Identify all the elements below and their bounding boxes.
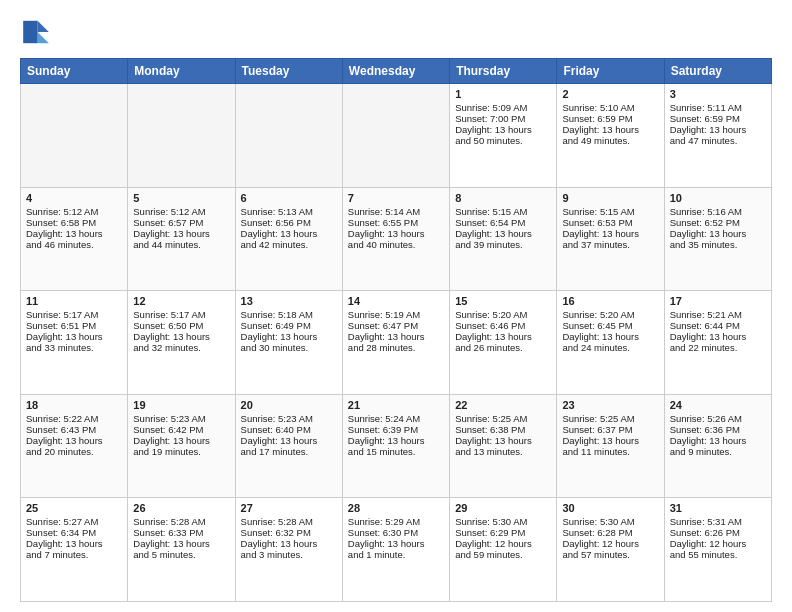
calendar-week-row: 18Sunrise: 5:22 AMSunset: 6:43 PMDayligh… xyxy=(21,394,772,498)
day-info: Daylight: 13 hours xyxy=(241,538,337,549)
day-info: and 44 minutes. xyxy=(133,239,229,250)
calendar-cell: 30Sunrise: 5:30 AMSunset: 6:28 PMDayligh… xyxy=(557,498,664,602)
day-info: Sunrise: 5:17 AM xyxy=(26,309,122,320)
calendar-cell: 11Sunrise: 5:17 AMSunset: 6:51 PMDayligh… xyxy=(21,291,128,395)
calendar-cell: 22Sunrise: 5:25 AMSunset: 6:38 PMDayligh… xyxy=(450,394,557,498)
day-info: and 55 minutes. xyxy=(670,549,766,560)
day-info: and 11 minutes. xyxy=(562,446,658,457)
day-info: and 7 minutes. xyxy=(26,549,122,560)
day-number: 10 xyxy=(670,192,766,204)
day-info: Sunrise: 5:26 AM xyxy=(670,413,766,424)
day-number: 1 xyxy=(455,88,551,100)
day-info: and 30 minutes. xyxy=(241,342,337,353)
day-number: 11 xyxy=(26,295,122,307)
day-info: and 19 minutes. xyxy=(133,446,229,457)
logo xyxy=(20,16,56,48)
day-info: Sunrise: 5:28 AM xyxy=(133,516,229,527)
calendar-cell xyxy=(128,84,235,188)
calendar-cell: 24Sunrise: 5:26 AMSunset: 6:36 PMDayligh… xyxy=(664,394,771,498)
day-number: 14 xyxy=(348,295,444,307)
calendar-cell: 16Sunrise: 5:20 AMSunset: 6:45 PMDayligh… xyxy=(557,291,664,395)
calendar-cell: 12Sunrise: 5:17 AMSunset: 6:50 PMDayligh… xyxy=(128,291,235,395)
day-info: Sunset: 6:37 PM xyxy=(562,424,658,435)
day-info: Daylight: 12 hours xyxy=(670,538,766,549)
day-info: Sunset: 6:57 PM xyxy=(133,217,229,228)
day-number: 25 xyxy=(26,502,122,514)
day-info: and 20 minutes. xyxy=(26,446,122,457)
day-info: Sunrise: 5:15 AM xyxy=(562,206,658,217)
day-info: Daylight: 13 hours xyxy=(562,228,658,239)
header xyxy=(20,16,772,48)
day-info: Daylight: 13 hours xyxy=(455,435,551,446)
day-number: 30 xyxy=(562,502,658,514)
calendar-day-header: Saturday xyxy=(664,59,771,84)
day-number: 4 xyxy=(26,192,122,204)
calendar-cell: 5Sunrise: 5:12 AMSunset: 6:57 PMDaylight… xyxy=(128,187,235,291)
day-info: Sunrise: 5:17 AM xyxy=(133,309,229,320)
day-info: Sunrise: 5:31 AM xyxy=(670,516,766,527)
calendar-cell: 28Sunrise: 5:29 AMSunset: 6:30 PMDayligh… xyxy=(342,498,449,602)
day-info: Sunset: 6:49 PM xyxy=(241,320,337,331)
calendar-day-header: Friday xyxy=(557,59,664,84)
day-info: Sunrise: 5:11 AM xyxy=(670,102,766,113)
day-info: Sunset: 6:38 PM xyxy=(455,424,551,435)
day-number: 21 xyxy=(348,399,444,411)
calendar-cell: 9Sunrise: 5:15 AMSunset: 6:53 PMDaylight… xyxy=(557,187,664,291)
day-info: Sunset: 6:47 PM xyxy=(348,320,444,331)
day-info: Daylight: 13 hours xyxy=(133,538,229,549)
calendar-cell: 21Sunrise: 5:24 AMSunset: 6:39 PMDayligh… xyxy=(342,394,449,498)
calendar-day-header: Tuesday xyxy=(235,59,342,84)
calendar-cell: 17Sunrise: 5:21 AMSunset: 6:44 PMDayligh… xyxy=(664,291,771,395)
day-info: Sunrise: 5:20 AM xyxy=(562,309,658,320)
calendar-cell: 25Sunrise: 5:27 AMSunset: 6:34 PMDayligh… xyxy=(21,498,128,602)
day-info: Daylight: 13 hours xyxy=(241,331,337,342)
day-info: Daylight: 12 hours xyxy=(562,538,658,549)
day-info: Sunset: 6:52 PM xyxy=(670,217,766,228)
calendar-day-header: Monday xyxy=(128,59,235,84)
calendar-cell: 18Sunrise: 5:22 AMSunset: 6:43 PMDayligh… xyxy=(21,394,128,498)
day-info: Daylight: 13 hours xyxy=(670,124,766,135)
day-number: 24 xyxy=(670,399,766,411)
svg-marker-1 xyxy=(38,32,49,43)
calendar-week-row: 25Sunrise: 5:27 AMSunset: 6:34 PMDayligh… xyxy=(21,498,772,602)
day-info: and 22 minutes. xyxy=(670,342,766,353)
calendar-week-row: 4Sunrise: 5:12 AMSunset: 6:58 PMDaylight… xyxy=(21,187,772,291)
calendar-day-header: Sunday xyxy=(21,59,128,84)
day-info: Sunrise: 5:21 AM xyxy=(670,309,766,320)
day-number: 9 xyxy=(562,192,658,204)
day-info: and 15 minutes. xyxy=(348,446,444,457)
day-info: Sunrise: 5:25 AM xyxy=(455,413,551,424)
day-info: and 50 minutes. xyxy=(455,135,551,146)
day-info: and 9 minutes. xyxy=(670,446,766,457)
day-number: 16 xyxy=(562,295,658,307)
day-number: 29 xyxy=(455,502,551,514)
day-info: Sunrise: 5:20 AM xyxy=(455,309,551,320)
day-info: Sunset: 6:54 PM xyxy=(455,217,551,228)
day-info: and 33 minutes. xyxy=(26,342,122,353)
day-info: Sunrise: 5:12 AM xyxy=(133,206,229,217)
calendar-cell: 29Sunrise: 5:30 AMSunset: 6:29 PMDayligh… xyxy=(450,498,557,602)
day-info: and 3 minutes. xyxy=(241,549,337,560)
calendar-cell: 8Sunrise: 5:15 AMSunset: 6:54 PMDaylight… xyxy=(450,187,557,291)
calendar-cell: 7Sunrise: 5:14 AMSunset: 6:55 PMDaylight… xyxy=(342,187,449,291)
calendar-cell: 26Sunrise: 5:28 AMSunset: 6:33 PMDayligh… xyxy=(128,498,235,602)
day-info: Sunset: 7:00 PM xyxy=(455,113,551,124)
calendar-cell xyxy=(21,84,128,188)
day-info: and 39 minutes. xyxy=(455,239,551,250)
day-number: 7 xyxy=(348,192,444,204)
day-number: 20 xyxy=(241,399,337,411)
day-number: 17 xyxy=(670,295,766,307)
day-info: and 24 minutes. xyxy=(562,342,658,353)
day-info: Sunrise: 5:14 AM xyxy=(348,206,444,217)
day-info: Sunset: 6:51 PM xyxy=(26,320,122,331)
calendar-cell: 1Sunrise: 5:09 AMSunset: 7:00 PMDaylight… xyxy=(450,84,557,188)
day-number: 27 xyxy=(241,502,337,514)
day-info: and 40 minutes. xyxy=(348,239,444,250)
day-info: Sunrise: 5:19 AM xyxy=(348,309,444,320)
day-info: Daylight: 13 hours xyxy=(670,228,766,239)
day-number: 8 xyxy=(455,192,551,204)
day-info: Sunset: 6:40 PM xyxy=(241,424,337,435)
day-info: and 17 minutes. xyxy=(241,446,337,457)
calendar-cell xyxy=(342,84,449,188)
day-info: Daylight: 13 hours xyxy=(348,538,444,549)
